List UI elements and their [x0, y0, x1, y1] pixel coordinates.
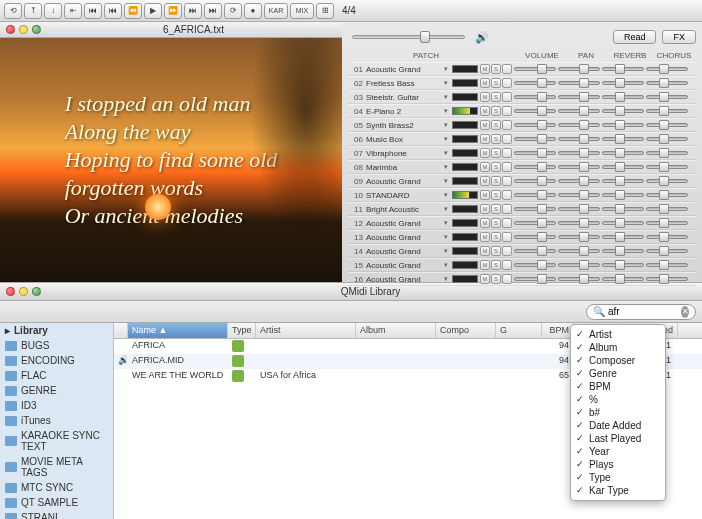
- track-extra-button[interactable]: [502, 176, 512, 186]
- mute-button[interactable]: M: [480, 148, 490, 158]
- track-extra-button[interactable]: [502, 232, 512, 242]
- pan-slider[interactable]: [558, 193, 600, 197]
- chorus-slider[interactable]: [646, 151, 688, 155]
- track-extra-button[interactable]: [502, 148, 512, 158]
- volume-slider[interactable]: [514, 137, 556, 141]
- reverb-slider[interactable]: [602, 193, 644, 197]
- chorus-slider[interactable]: [646, 249, 688, 253]
- track-extra-button[interactable]: [502, 134, 512, 144]
- solo-button[interactable]: S: [491, 148, 501, 158]
- track-patch-name[interactable]: STANDARD: [366, 191, 444, 200]
- solo-button[interactable]: S: [491, 246, 501, 256]
- solo-button[interactable]: S: [491, 260, 501, 270]
- zoom-icon[interactable]: [32, 25, 41, 34]
- chorus-slider[interactable]: [646, 81, 688, 85]
- track-extra-button[interactable]: [502, 218, 512, 228]
- volume-slider[interactable]: [514, 221, 556, 225]
- track-extra-button[interactable]: [502, 162, 512, 172]
- track-patch-name[interactable]: Synth Brass2: [366, 121, 444, 130]
- track-patch-name[interactable]: Steelstr. Guitar: [366, 93, 444, 102]
- reverb-slider[interactable]: [602, 235, 644, 239]
- toolbar-button[interactable]: ⇤: [64, 3, 82, 19]
- track-extra-button[interactable]: [502, 120, 512, 130]
- sidebar-item[interactable]: GENRE: [0, 383, 113, 398]
- patch-menu-icon[interactable]: ▾: [444, 79, 452, 87]
- chorus-slider[interactable]: [646, 67, 688, 71]
- patch-menu-icon[interactable]: ▾: [444, 233, 452, 241]
- patch-menu-icon[interactable]: ▾: [444, 107, 452, 115]
- patch-menu-icon[interactable]: ▾: [444, 275, 452, 283]
- mute-button[interactable]: M: [480, 204, 490, 214]
- reverb-slider[interactable]: [602, 165, 644, 169]
- patch-menu-icon[interactable]: ▾: [444, 149, 452, 157]
- context-menu-item[interactable]: Album: [571, 341, 665, 354]
- toolbar-button[interactable]: ⟳: [224, 3, 242, 19]
- solo-button[interactable]: S: [491, 274, 501, 284]
- pan-slider[interactable]: [558, 263, 600, 267]
- reverb-slider[interactable]: [602, 207, 644, 211]
- mute-button[interactable]: M: [480, 232, 490, 242]
- sidebar-item[interactable]: MOVIE META TAGS: [0, 454, 113, 480]
- sidebar-item[interactable]: MTC SYNC: [0, 480, 113, 495]
- pan-slider[interactable]: [558, 151, 600, 155]
- volume-slider[interactable]: [514, 277, 556, 281]
- mute-button[interactable]: M: [480, 120, 490, 130]
- mute-button[interactable]: M: [480, 190, 490, 200]
- toolbar-button[interactable]: ⏪: [124, 3, 142, 19]
- master-volume-slider[interactable]: [352, 35, 465, 39]
- mute-button[interactable]: M: [480, 162, 490, 172]
- pan-slider[interactable]: [558, 277, 600, 281]
- toolbar-button[interactable]: ●: [244, 3, 262, 19]
- track-patch-name[interactable]: Acoustic Grand: [366, 177, 444, 186]
- volume-slider[interactable]: [514, 151, 556, 155]
- chorus-slider[interactable]: [646, 235, 688, 239]
- patch-menu-icon[interactable]: ▾: [444, 205, 452, 213]
- mute-button[interactable]: M: [480, 78, 490, 88]
- reverb-slider[interactable]: [602, 221, 644, 225]
- mute-button[interactable]: M: [480, 92, 490, 102]
- toolbar-button[interactable]: ⏭: [184, 3, 202, 19]
- track-extra-button[interactable]: [502, 190, 512, 200]
- volume-slider[interactable]: [514, 67, 556, 71]
- solo-button[interactable]: S: [491, 218, 501, 228]
- track-patch-name[interactable]: Acoustic Grand: [366, 247, 444, 256]
- pan-slider[interactable]: [558, 67, 600, 71]
- chorus-slider[interactable]: [646, 193, 688, 197]
- patch-menu-icon[interactable]: ▾: [444, 135, 452, 143]
- toolbar-button[interactable]: ↓: [44, 3, 62, 19]
- sidebar-item[interactable]: ID3: [0, 398, 113, 413]
- context-menu-item[interactable]: Artist: [571, 328, 665, 341]
- context-menu-item[interactable]: %: [571, 393, 665, 406]
- lyrics-titlebar[interactable]: 6_AFRICA.txt: [0, 22, 342, 38]
- reverb-slider[interactable]: [602, 249, 644, 253]
- solo-button[interactable]: S: [491, 176, 501, 186]
- solo-button[interactable]: S: [491, 134, 501, 144]
- col-artist[interactable]: Artist: [256, 323, 356, 338]
- mute-button[interactable]: M: [480, 274, 490, 284]
- track-patch-name[interactable]: Fretless Bass: [366, 79, 444, 88]
- minimize-icon[interactable]: [19, 287, 28, 296]
- solo-button[interactable]: S: [491, 92, 501, 102]
- solo-button[interactable]: S: [491, 232, 501, 242]
- track-patch-name[interactable]: Music Box: [366, 135, 444, 144]
- solo-button[interactable]: S: [491, 106, 501, 116]
- track-extra-button[interactable]: [502, 246, 512, 256]
- chorus-slider[interactable]: [646, 207, 688, 211]
- context-menu-item[interactable]: Last Played: [571, 432, 665, 445]
- volume-slider[interactable]: [514, 249, 556, 253]
- reverb-slider[interactable]: [602, 263, 644, 267]
- toolbar-button[interactable]: ⟲: [4, 3, 22, 19]
- chorus-slider[interactable]: [646, 123, 688, 127]
- patch-menu-icon[interactable]: ▾: [444, 219, 452, 227]
- pan-slider[interactable]: [558, 165, 600, 169]
- pan-slider[interactable]: [558, 179, 600, 183]
- patch-menu-icon[interactable]: ▾: [444, 261, 452, 269]
- chorus-slider[interactable]: [646, 263, 688, 267]
- reverb-slider[interactable]: [602, 123, 644, 127]
- track-patch-name[interactable]: Acoustic Grand: [366, 233, 444, 242]
- volume-slider[interactable]: [514, 109, 556, 113]
- track-patch-name[interactable]: Acoustic Grand: [366, 219, 444, 228]
- sidebar-item[interactable]: BUGS: [0, 338, 113, 353]
- sidebar-item[interactable]: iTunes: [0, 413, 113, 428]
- context-menu-item[interactable]: Plays: [571, 458, 665, 471]
